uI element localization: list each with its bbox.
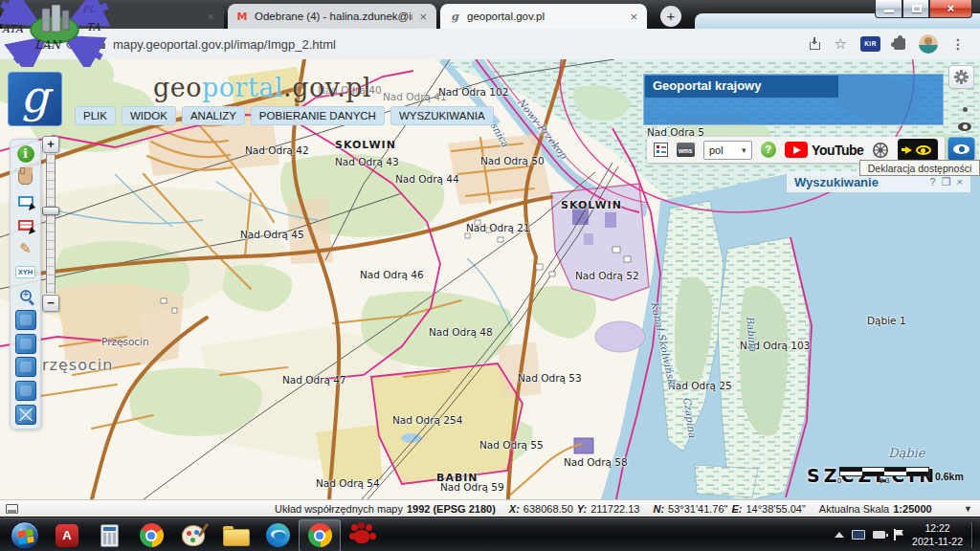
browser-tab-geoportal[interactable]: g geoportal.gov.pl ×	[440, 4, 647, 29]
layer-button-1[interactable]	[14, 310, 36, 330]
panel-help-icon[interactable]: ?	[930, 176, 936, 188]
search-panel-title: Wyszukiwanie	[794, 175, 879, 189]
share-icon[interactable]	[810, 38, 821, 50]
address-bar[interactable]: mapy.geoportal.gov.pl/imap/Imgp_2.html	[113, 37, 336, 52]
cursor-icon	[29, 203, 36, 211]
youtube-play-icon	[785, 142, 808, 158]
layer-button-3[interactable]	[14, 357, 36, 377]
menu-item[interactable]: POBIERANIE DANYCH	[251, 106, 385, 125]
action-center-flag-icon[interactable]	[893, 529, 904, 540]
start-button[interactable]	[4, 519, 46, 551]
minimize-button[interactable]	[875, 0, 902, 18]
layer-button-2[interactable]	[14, 333, 36, 353]
language-select[interactable]: pol ▾	[703, 141, 752, 160]
taskbar-calculator[interactable]	[88, 519, 130, 551]
new-tab-button[interactable]: +	[660, 6, 681, 27]
taskbar-chrome[interactable]	[130, 519, 172, 551]
coordinates-tool[interactable]: XYH	[14, 262, 36, 282]
taskbar-clock[interactable]: 12:22 2021-11-22	[912, 521, 963, 548]
show-desktop-divider[interactable]	[971, 521, 972, 548]
zoom-slider-handle[interactable]	[42, 207, 59, 215]
select-red-rect-tool[interactable]	[14, 214, 36, 234]
zoom-tool[interactable]	[14, 286, 36, 306]
menu-item[interactable]: PLIK	[75, 106, 116, 125]
tab-close-icon[interactable]: ×	[205, 11, 216, 23]
map-label: Nad Odrą 54	[316, 477, 380, 489]
settings-button[interactable]	[948, 65, 974, 89]
e-label: E:	[731, 503, 742, 515]
identify-tool[interactable]: i	[14, 143, 36, 164]
tray-expand-icon[interactable]	[835, 532, 844, 538]
zoom-in-button[interactable]: +	[42, 136, 59, 153]
taskbar-edge[interactable]	[256, 519, 299, 551]
eye-small-icon[interactable]	[958, 122, 971, 131]
scale-tick: 0.3	[880, 476, 889, 485]
draw-tool[interactable]: ✎	[14, 238, 36, 258]
zoom-out-button[interactable]: −	[42, 295, 59, 312]
bookmark-star-icon[interactable]: ☆	[835, 35, 847, 53]
scale-bar: 0 0.3 0.6km	[839, 467, 929, 485]
tab-close-icon[interactable]: ×	[417, 11, 429, 23]
layer-button-5[interactable]	[14, 405, 36, 425]
dot-marker-icon[interactable]	[963, 107, 968, 112]
menu-item[interactable]: ANALIZY	[182, 106, 245, 125]
taskbar-chrome-active[interactable]	[299, 519, 341, 551]
youtube-link[interactable]: YouTube	[785, 142, 863, 158]
menu-item[interactable]: WIDOK	[122, 106, 176, 125]
tray-display-icon[interactable]	[852, 530, 865, 540]
map-label: Nad Odrą 55	[479, 439, 544, 451]
layer-button-4[interactable]	[14, 381, 36, 401]
map-label: Nad Odrą 45	[240, 229, 304, 240]
wheel-icon[interactable]	[872, 142, 889, 159]
watermark-text-ta: TA	[86, 21, 101, 33]
tab-close-icon[interactable]: ×	[628, 11, 639, 23]
browser-menu-icon[interactable]: ⋮	[951, 36, 965, 52]
scale-label-text: Aktualna Skala	[819, 503, 889, 515]
menu-item[interactable]: WYSZUKIWANIA	[390, 106, 494, 125]
zoom-slider-track[interactable]	[46, 154, 56, 294]
statusbar-expand-caret[interactable]: ▼	[964, 504, 972, 514]
watermark-text-pl: PL	[82, 4, 96, 14]
legend-icon[interactable]	[654, 143, 668, 157]
current-scale-value: 1:25000	[893, 503, 931, 515]
extensions-puzzle-icon[interactable]	[894, 38, 905, 50]
accessibility-eye-button[interactable]	[947, 137, 975, 162]
panel-maximize-icon[interactable]: ❒	[942, 176, 951, 188]
layer-panel[interactable]: Geoportal krajowy	[643, 74, 944, 125]
calculator-icon	[100, 524, 119, 547]
select-rect-tool[interactable]	[14, 191, 36, 211]
crs-prefix: Układ współrzędnych mapy	[275, 503, 403, 515]
close-button[interactable]: ×	[929, 0, 972, 18]
profile-avatar[interactable]	[919, 34, 938, 54]
accessibility-contrast-button[interactable]	[898, 139, 938, 162]
pencil-icon: ✎	[19, 240, 32, 257]
gmail-icon: M	[235, 10, 249, 23]
scale-tick: 0	[837, 476, 841, 485]
tray-battery-icon[interactable]	[873, 531, 885, 539]
folder-icon	[223, 526, 248, 544]
info-icon: i	[17, 145, 34, 163]
statusbar-map-icon[interactable]	[6, 504, 18, 514]
map-label: Nad Odrą 48	[429, 326, 493, 338]
taskbar-acrobat[interactable]: A	[46, 519, 88, 551]
pan-tool[interactable]	[14, 167, 36, 187]
map-label: Nad Odrą 41	[383, 91, 447, 102]
taskbar-irfanview[interactable]	[341, 519, 383, 551]
geoportal-logo[interactable]: g	[8, 72, 62, 126]
taskbar-explorer[interactable]	[214, 519, 256, 551]
panel-close-icon[interactable]: ×	[957, 176, 963, 188]
maximize-button[interactable]	[902, 0, 929, 18]
wms-icon[interactable]: wms	[677, 143, 695, 157]
watermark-logo: ATA TA LAN PL	[0, 0, 115, 71]
system-tray: 12:22 2021-11-22	[835, 518, 963, 551]
map-viewport[interactable]: Nad Odrą 40 Nad Odrą 41 Nad Odra 102 Nad…	[0, 59, 980, 499]
browser-tab-gmail[interactable]: M Odebrane (4) - halina.zdunek@in ×	[228, 4, 436, 29]
help-icon[interactable]: ?	[761, 142, 776, 158]
kir-extension-icon[interactable]: KIR	[860, 36, 880, 52]
screen: × M Odebrane (4) - halina.zdunek@in × g …	[0, 0, 980, 551]
clock-time: 12:22	[924, 522, 949, 534]
taskbar-paint[interactable]	[172, 519, 214, 551]
map-label: Kanał Skolwiński	[649, 300, 679, 388]
gear-icon	[953, 69, 969, 85]
y-coordinate: 211722.13	[590, 503, 639, 515]
